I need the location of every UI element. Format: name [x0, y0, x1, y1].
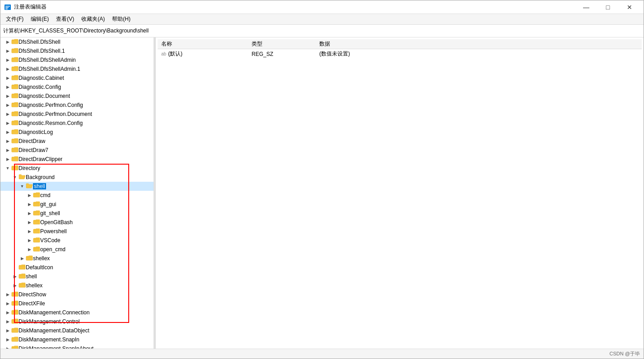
tree-item-directory[interactable]: ▼ Directory [0, 164, 154, 173]
tree-item-diag-perfmon-config[interactable]: ▶ Diagnostic.Perfmon.Config [0, 101, 154, 110]
svg-rect-9 [12, 86, 18, 89]
folder-icon-powershell [33, 228, 40, 235]
tree-item-dfsshell1[interactable]: ▶ DfsShell.DfsShell.1 [0, 46, 154, 55]
svg-rect-5 [12, 50, 18, 53]
folder-icon-diskmgmt-snapin-about [11, 345, 19, 349]
minimize-button[interactable]: — [576, 1, 597, 14]
svg-rect-11 [12, 104, 18, 107]
expand-btn-background[interactable]: ▼ [11, 174, 19, 181]
tree-item-background[interactable]: ▼ Background [0, 173, 154, 182]
menu-item-h[interactable]: 帮助(H) [108, 14, 134, 24]
menu-item-a[interactable]: 收藏夹(A) [78, 14, 108, 24]
expand-btn-open_cmd[interactable]: ▶ [26, 246, 33, 253]
tree-item-opengitbash[interactable]: ▶ OpenGitBash [0, 218, 154, 227]
expand-btn-dfsshell-admin1[interactable]: ▶ [4, 65, 11, 73]
tree-item-diag-cabinet[interactable]: ▶ Diagnostic.Cabinet [0, 74, 154, 83]
expand-btn-diskmgmt-snapin-about[interactable]: ▶ [4, 345, 11, 349]
tree-item-dfsshell-admin[interactable]: ▶ DfsShell.DfsShellAdmin [0, 55, 154, 64]
tree-label-cmd: cmd [40, 192, 51, 198]
tree-item-dfsshell-admin1[interactable]: ▶ DfsShell.DfsShellAdmin.1 [0, 64, 154, 74]
menu-item-f[interactable]: 文件(F) [2, 14, 27, 24]
tree-label-diskmgmt-conn: DiskManagement.Connection [19, 309, 89, 316]
tree-item-diag-document[interactable]: ▶ Diagnostic.Document [0, 92, 154, 101]
tree-item-defaulticon[interactable]: DefaultIcon [0, 263, 154, 272]
svg-rect-14 [12, 131, 18, 134]
expand-btn-dfsshell1[interactable]: ▶ [4, 47, 11, 55]
tree-item-git_shell[interactable]: ▶ git_shell [0, 209, 154, 218]
expand-btn-git_gui[interactable]: ▶ [26, 201, 33, 208]
expand-btn-directory[interactable]: ▼ [4, 165, 11, 172]
expand-btn-directdraw7[interactable]: ▶ [4, 147, 11, 154]
folder-icon-cmd [33, 192, 40, 199]
tree-item-diag-perfmon-document[interactable]: ▶ Diagnostic.Perfmon.Document [0, 110, 154, 119]
tree-item-git_gui[interactable]: ▶ git_gui [0, 200, 154, 209]
expand-btn-diag-resmon-config[interactable]: ▶ [4, 120, 11, 127]
maximize-button[interactable]: □ [597, 1, 618, 14]
tree-item-shellex-dir[interactable]: ▶ shellex [0, 281, 154, 290]
expand-btn-vscode[interactable]: ▶ [26, 237, 33, 244]
expand-btn-shellex-dir[interactable]: ▶ [11, 282, 19, 289]
expand-btn-diag-perfmon-config[interactable]: ▶ [4, 101, 11, 109]
tree-item-directdraw7[interactable]: ▶ DirectDraw7 [0, 146, 154, 155]
tree-item-shell[interactable]: ▼ shell [0, 182, 154, 191]
col-data[interactable]: 数据 [316, 39, 642, 49]
expand-btn-powershell[interactable]: ▶ [26, 228, 33, 235]
tree-item-diag-resmon-config[interactable]: ▶ Diagnostic.Resmon.Config [0, 119, 154, 128]
expand-btn-shellex-bg[interactable]: ▶ [19, 255, 26, 262]
tree-item-directxfile[interactable]: ▶ DirectXFile [0, 299, 154, 308]
tree-item-diskmgmt-conn[interactable]: ▶ DiskManagement.Connection [0, 308, 154, 317]
tree-item-cmd[interactable]: ▶ cmd [0, 191, 154, 200]
expand-btn-diag-cabinet[interactable]: ▶ [4, 74, 11, 82]
tree-item-diskmgmt-snapin-about[interactable]: ▶ DiskManagement.SnapInAbout [0, 344, 154, 349]
tree-item-diskmgmt-dataobj[interactable]: ▶ DiskManagement.DataObject [0, 326, 154, 335]
svg-rect-23 [33, 230, 40, 233]
folder-icon [33, 219, 40, 225]
tree-item-diskmgmt-snapin[interactable]: ▶ DiskManagement.SnapIn [0, 335, 154, 344]
expand-btn-directshow[interactable]: ▶ [4, 291, 11, 298]
values-pane: 名称 类型 数据 ab(默认)REG_SZ(数值未设置) [156, 37, 644, 349]
ab-icon: ab [161, 51, 166, 56]
tree-item-powershell[interactable]: ▶ Powershell [0, 227, 154, 236]
folder-icon-diag-document [11, 92, 19, 100]
expand-btn-diag-perfmon-document[interactable]: ▶ [4, 110, 11, 118]
expand-btn-diskmgmt-snapin[interactable]: ▶ [4, 336, 11, 343]
tree-item-diskmgmt-ctrl[interactable]: ▶ DiskManagement.Control [0, 317, 154, 326]
tree-label-git_shell: git_shell [40, 210, 60, 216]
expand-btn-git_shell[interactable]: ▶ [26, 210, 33, 217]
tree-item-shell-dir[interactable]: ▶ shell [0, 272, 154, 281]
expand-btn-dfsshell[interactable]: ▶ [4, 38, 11, 46]
col-name[interactable]: 名称 [158, 39, 248, 49]
expand-btn-diag-log[interactable]: ▶ [4, 129, 11, 136]
expand-btn-opengitbash[interactable]: ▶ [26, 219, 33, 226]
expand-btn-directdraw[interactable]: ▶ [4, 138, 11, 145]
expand-btn-cmd[interactable]: ▶ [26, 192, 33, 199]
expand-btn-diskmgmt-dataobj[interactable]: ▶ [4, 327, 11, 334]
expand-btn-diag-config[interactable]: ▶ [4, 83, 11, 91]
expand-btn-shell[interactable]: ▼ [19, 183, 26, 190]
expand-btn-diskmgmt-conn[interactable]: ▶ [4, 309, 11, 316]
tree-item-dfsshell[interactable]: ▶ DfsShell.DfsShell [0, 37, 154, 46]
tree-item-diag-config[interactable]: ▶ Diagnostic.Config [0, 83, 154, 92]
expand-btn-diag-document[interactable]: ▶ [4, 92, 11, 100]
tree-pane[interactable]: ▶ DfsShell.DfsShell▶ DfsShell.DfsShell.1… [0, 37, 154, 349]
value-row[interactable]: ab(默认)REG_SZ(数值未设置) [158, 49, 642, 59]
tree-item-diag-log[interactable]: ▶ DiagnosticLog [0, 128, 154, 137]
expand-btn-diskmgmt-ctrl[interactable]: ▶ [4, 318, 11, 325]
expand-btn-shell-dir[interactable]: ▶ [11, 273, 19, 280]
close-button[interactable]: ✕ [619, 1, 640, 14]
expand-btn-directdrawclipper[interactable]: ▶ [4, 156, 11, 163]
tree-label-directdraw: DirectDraw [19, 138, 45, 144]
tree-item-open_cmd[interactable]: ▶ open_cmd [0, 245, 154, 254]
tree-item-directdrawclipper[interactable]: ▶ DirectDrawClipper [0, 155, 154, 164]
col-type[interactable]: 类型 [248, 39, 316, 49]
expand-btn-dfsshell-admin[interactable]: ▶ [4, 56, 11, 64]
folder-icon [33, 228, 40, 234]
tree-item-shellex-bg[interactable]: ▶ shellex [0, 254, 154, 263]
tree-item-vscode[interactable]: ▶ VSCode [0, 236, 154, 245]
tree-label-diag-log: DiagnosticLog [19, 129, 53, 135]
tree-item-directdraw[interactable]: ▶ DirectDraw [0, 137, 154, 146]
tree-item-directshow[interactable]: ▶ DirectShow [0, 290, 154, 299]
menu-item-v[interactable]: 查看(V) [52, 14, 78, 24]
menu-item-e[interactable]: 编辑(E) [27, 14, 52, 24]
expand-btn-directxfile[interactable]: ▶ [4, 300, 11, 307]
